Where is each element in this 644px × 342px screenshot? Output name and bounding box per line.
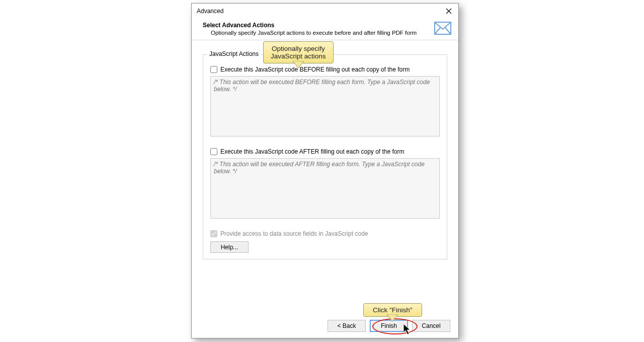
after-checkbox-row[interactable]: Execute this JavaScript code AFTER filli… bbox=[210, 148, 440, 155]
svg-marker-5 bbox=[293, 61, 304, 68]
wizard-heading: Select Advanced Actions bbox=[203, 22, 417, 29]
after-checkbox[interactable] bbox=[210, 148, 217, 155]
svg-line-4 bbox=[445, 28, 451, 34]
dialog-title: Advanced bbox=[197, 8, 223, 15]
dialog-body: JavaScript Actions Execute this JavaScri… bbox=[192, 40, 458, 263]
wizard-subheading: Optionally specify JavaScript actions to… bbox=[211, 30, 417, 36]
provide-access-checkbox bbox=[210, 230, 217, 237]
after-code-textarea[interactable] bbox=[210, 158, 440, 219]
after-checkbox-label: Execute this JavaScript code AFTER filli… bbox=[220, 148, 405, 155]
wizard-header: Select Advanced Actions Optionally speci… bbox=[192, 19, 458, 40]
provide-access-label: Provide access to data source fields in … bbox=[220, 230, 368, 237]
close-icon bbox=[446, 8, 452, 14]
before-checkbox-label: Execute this JavaScript code BEFORE fill… bbox=[220, 66, 410, 73]
provide-access-row: Provide access to data source fields in … bbox=[210, 230, 440, 237]
callout-top: Optionally specify JavaScript actions bbox=[263, 41, 334, 63]
javascript-actions-group: JavaScript Actions Execute this JavaScri… bbox=[203, 54, 447, 259]
group-legend: JavaScript Actions bbox=[207, 50, 261, 57]
before-checkbox-row[interactable]: Execute this JavaScript code BEFORE fill… bbox=[210, 66, 440, 73]
titlebar: Advanced bbox=[192, 4, 458, 19]
callout-bottom: Click "Finish" bbox=[363, 303, 422, 317]
before-checkbox[interactable] bbox=[210, 66, 217, 73]
close-button[interactable] bbox=[443, 6, 454, 17]
svg-line-3 bbox=[435, 28, 440, 34]
envelope-icon bbox=[434, 22, 451, 36]
help-button[interactable]: Help... bbox=[210, 241, 249, 253]
svg-marker-6 bbox=[387, 314, 398, 321]
before-code-textarea[interactable] bbox=[210, 76, 440, 136]
callout-bottom-text: Click "Finish" bbox=[373, 306, 413, 314]
callout-pointer-icon bbox=[387, 314, 398, 323]
callout-pointer-icon bbox=[293, 61, 304, 70]
back-button[interactable]: < Back bbox=[328, 320, 366, 332]
callout-top-line1: Optionally specify bbox=[272, 45, 325, 52]
callout-top-line2: JavaScript actions bbox=[271, 52, 326, 60]
cancel-button[interactable]: Cancel bbox=[412, 320, 450, 332]
